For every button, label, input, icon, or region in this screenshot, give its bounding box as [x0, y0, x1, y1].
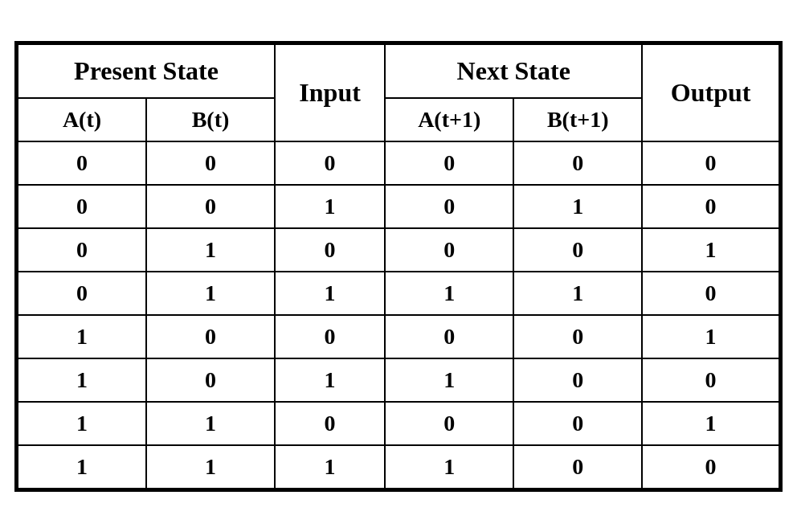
state-table-wrapper: Present State Input Next State Output A(…	[14, 41, 783, 492]
cell-at-1: 0	[18, 185, 146, 228]
cell-xt-0: 0	[275, 141, 385, 185]
cell-yt-0: 0	[642, 141, 779, 185]
table-row: 000000	[18, 141, 779, 185]
cell-bt-5: 0	[146, 358, 275, 402]
cell-xt-4: 0	[275, 315, 385, 358]
cell-bt-0: 0	[146, 141, 275, 185]
cell-at1-0: 0	[385, 141, 513, 185]
next-state-header: Next State	[385, 44, 642, 98]
cell-yt-4: 1	[642, 315, 779, 358]
output-header: Output	[642, 44, 779, 141]
table-row: 010001	[18, 228, 779, 272]
cell-xt-3: 1	[275, 272, 385, 315]
cell-at1-1: 0	[385, 185, 513, 228]
state-table: Present State Input Next State Output A(…	[17, 43, 780, 489]
cell-bt1-4: 0	[513, 315, 642, 358]
table-row: 101100	[18, 358, 779, 402]
table-row: 001010	[18, 185, 779, 228]
cell-bt1-2: 0	[513, 228, 642, 272]
cell-at-7: 1	[18, 445, 146, 489]
cell-xt-2: 0	[275, 228, 385, 272]
cell-at-3: 0	[18, 272, 146, 315]
cell-at-2: 0	[18, 228, 146, 272]
cell-at-0: 0	[18, 141, 146, 185]
cell-at-6: 1	[18, 402, 146, 445]
cell-bt1-7: 0	[513, 445, 642, 489]
at-header: A(t)	[18, 98, 146, 141]
cell-at1-4: 0	[385, 315, 513, 358]
table-row: 110001	[18, 402, 779, 445]
cell-yt-6: 1	[642, 402, 779, 445]
cell-at1-2: 0	[385, 228, 513, 272]
cell-at1-3: 1	[385, 272, 513, 315]
cell-bt1-5: 0	[513, 358, 642, 402]
cell-bt-1: 0	[146, 185, 275, 228]
cell-yt-1: 0	[642, 185, 779, 228]
cell-bt-3: 1	[146, 272, 275, 315]
bt1-header: B(t+1)	[513, 98, 642, 141]
present-state-header: Present State	[18, 44, 275, 98]
cell-bt1-6: 0	[513, 402, 642, 445]
bt-header: B(t)	[146, 98, 275, 141]
cell-bt1-1: 1	[513, 185, 642, 228]
cell-bt-6: 1	[146, 402, 275, 445]
cell-yt-2: 1	[642, 228, 779, 272]
cell-bt-4: 0	[146, 315, 275, 358]
at1-header: A(t+1)	[385, 98, 513, 141]
table-row: 111100	[18, 445, 779, 489]
cell-at1-6: 0	[385, 402, 513, 445]
table-body: 0000000010100100010111101000011011001100…	[18, 141, 779, 489]
cell-yt-5: 0	[642, 358, 779, 402]
cell-at1-7: 1	[385, 445, 513, 489]
cell-xt-6: 0	[275, 402, 385, 445]
input-header: Input	[275, 44, 385, 141]
cell-at-4: 1	[18, 315, 146, 358]
cell-bt1-0: 0	[513, 141, 642, 185]
cell-at1-5: 1	[385, 358, 513, 402]
cell-xt-5: 1	[275, 358, 385, 402]
cell-yt-3: 0	[642, 272, 779, 315]
cell-xt-7: 1	[275, 445, 385, 489]
cell-bt-2: 1	[146, 228, 275, 272]
table-row: 011110	[18, 272, 779, 315]
header-row-1: Present State Input Next State Output	[18, 44, 779, 98]
table-row: 100001	[18, 315, 779, 358]
cell-bt-7: 1	[146, 445, 275, 489]
cell-yt-7: 0	[642, 445, 779, 489]
cell-xt-1: 1	[275, 185, 385, 228]
cell-bt1-3: 1	[513, 272, 642, 315]
cell-at-5: 1	[18, 358, 146, 402]
